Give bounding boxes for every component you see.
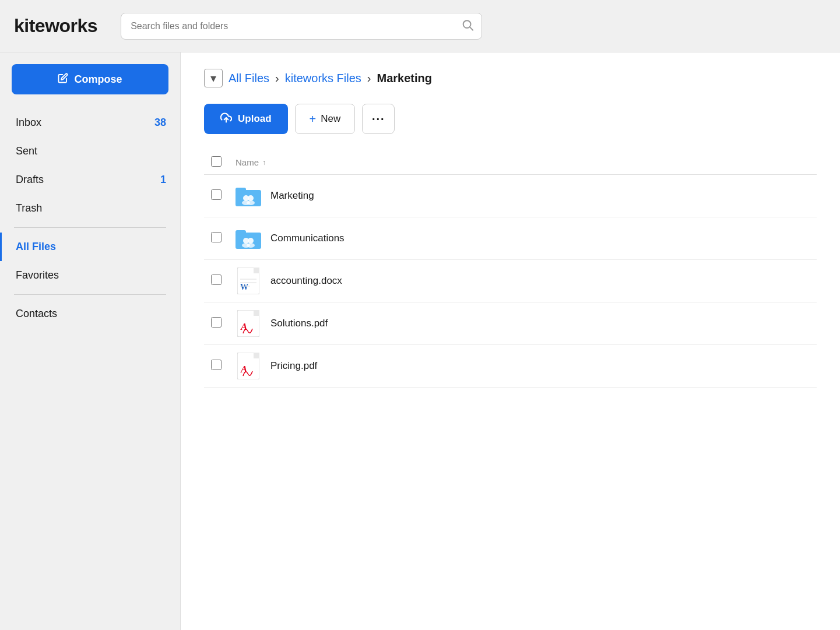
divider-1: [14, 227, 166, 228]
row-checkbox-cell: [204, 260, 229, 302]
svg-point-12: [248, 238, 254, 244]
pencil-icon: [58, 73, 68, 86]
more-icon: ···: [372, 112, 385, 126]
svg-rect-4: [236, 188, 246, 192]
drafts-label: Drafts: [16, 174, 44, 186]
breadcrumb: ▾ All Files › kiteworks Files › Marketin…: [204, 69, 817, 87]
content-area: ▾ All Files › kiteworks Files › Marketin…: [181, 52, 840, 630]
row-checkbox[interactable]: [211, 317, 222, 328]
search-icon: [461, 18, 474, 34]
file-name: Communications: [270, 233, 345, 244]
inbox-label: Inbox: [16, 117, 41, 129]
drafts-badge: 1: [160, 174, 166, 186]
table-row[interactable]: Marketing: [204, 175, 817, 217]
folder-shared-icon: [236, 183, 261, 209]
plus-icon: +: [310, 112, 317, 126]
file-row-content: Marketing: [236, 183, 810, 209]
row-name-cell: A Pricing.pdf: [229, 345, 817, 388]
sidebar-item-contacts[interactable]: Contacts: [0, 300, 180, 328]
compose-label: Compose: [74, 73, 122, 86]
contacts-label: Contacts: [16, 308, 57, 320]
favorites-label: Favorites: [16, 269, 59, 281]
sidebar-item-favorites[interactable]: Favorites: [0, 261, 180, 290]
sidebar-item-trash[interactable]: Trash: [0, 194, 180, 223]
row-name-cell: Marketing: [229, 175, 817, 217]
pdf-icon: A: [236, 353, 261, 379]
new-button[interactable]: + New: [295, 104, 356, 134]
dropdown-arrow-icon: ▾: [210, 71, 216, 85]
svg-point-8: [247, 200, 255, 205]
breadcrumb-sep-2: ›: [367, 72, 371, 85]
select-all-cell: [204, 150, 229, 175]
toolbar: Upload + New ···: [204, 104, 817, 134]
table-row[interactable]: A Pricing.pdf: [204, 345, 817, 388]
row-checkbox[interactable]: [211, 360, 222, 370]
svg-rect-28: [254, 353, 259, 358]
file-row-content: A Solutions.pdf: [236, 311, 810, 336]
table-row[interactable]: A Solutions.pdf: [204, 302, 817, 345]
svg-line-1: [470, 27, 473, 30]
upload-icon: [220, 112, 232, 126]
svg-rect-17: [254, 268, 259, 273]
search-container: [121, 13, 482, 40]
name-col-label: Name: [236, 157, 259, 167]
svg-text:A: A: [240, 321, 247, 332]
upload-label: Upload: [238, 113, 272, 125]
folder-shared-icon: [236, 226, 261, 251]
more-button[interactable]: ···: [362, 104, 395, 134]
trash-label: Trash: [16, 202, 42, 214]
sidebar: Compose Inbox 38 Sent Drafts 1 Trash: [0, 52, 181, 630]
row-checkbox-cell: [204, 345, 229, 388]
select-all-checkbox[interactable]: [211, 156, 222, 167]
svg-rect-24: [254, 310, 259, 316]
row-checkbox-cell: [204, 217, 229, 260]
file-name: Pricing.pdf: [270, 360, 317, 372]
row-checkbox[interactable]: [211, 189, 222, 200]
file-row-content: A Pricing.pdf: [236, 353, 810, 379]
breadcrumb-dropdown[interactable]: ▾: [204, 69, 223, 87]
sidebar-item-sent[interactable]: Sent: [0, 137, 180, 166]
breadcrumb-sep-1: ›: [275, 72, 279, 85]
new-label: New: [321, 113, 340, 125]
svg-point-6: [248, 195, 254, 201]
row-name-cell: Communications: [229, 217, 817, 260]
file-row-content: Communications: [236, 226, 810, 251]
divider-2: [14, 294, 166, 295]
breadcrumb-kiteworks-files[interactable]: kiteworks Files: [285, 72, 361, 85]
row-checkbox-cell: [204, 302, 229, 345]
row-checkbox[interactable]: [211, 232, 222, 242]
svg-text:A: A: [240, 364, 247, 375]
svg-rect-10: [236, 230, 246, 235]
main-layout: Compose Inbox 38 Sent Drafts 1 Trash: [0, 52, 840, 630]
file-table: Name ↑: [204, 150, 817, 388]
svg-text:W: W: [240, 283, 248, 291]
compose-button[interactable]: Compose: [12, 64, 168, 94]
sent-label: Sent: [16, 145, 37, 157]
name-column-header: Name ↑: [229, 150, 817, 175]
upload-button[interactable]: Upload: [204, 104, 288, 134]
sidebar-nav: Inbox 38 Sent Drafts 1 Trash All Files: [0, 108, 180, 328]
word-doc-icon: W: [236, 268, 261, 294]
file-row-content: W accounting.docx: [236, 268, 810, 294]
file-name: accounting.docx: [270, 275, 342, 287]
inbox-badge: 38: [154, 117, 166, 129]
table-row[interactable]: Communications: [204, 217, 817, 260]
file-name: Solutions.pdf: [270, 318, 328, 329]
search-input[interactable]: [121, 13, 482, 40]
sidebar-item-drafts[interactable]: Drafts 1: [0, 166, 180, 194]
row-name-cell: W accounting.docx: [229, 260, 817, 302]
breadcrumb-current-folder: Marketing: [377, 72, 432, 85]
svg-point-14: [247, 243, 255, 248]
sidebar-item-inbox[interactable]: Inbox 38: [0, 108, 180, 137]
sidebar-item-all-files[interactable]: All Files: [0, 233, 180, 261]
file-name: Marketing: [270, 190, 314, 202]
row-checkbox[interactable]: [211, 274, 222, 285]
row-name-cell: A Solutions.pdf: [229, 302, 817, 345]
all-files-label: All Files: [16, 241, 56, 253]
row-checkbox-cell: [204, 175, 229, 217]
pdf-icon: A: [236, 311, 261, 336]
breadcrumb-all-files[interactable]: All Files: [229, 72, 269, 85]
table-row[interactable]: W accounting.docx: [204, 260, 817, 302]
header: kiteworks: [0, 0, 840, 52]
sort-arrow-icon: ↑: [262, 159, 266, 167]
